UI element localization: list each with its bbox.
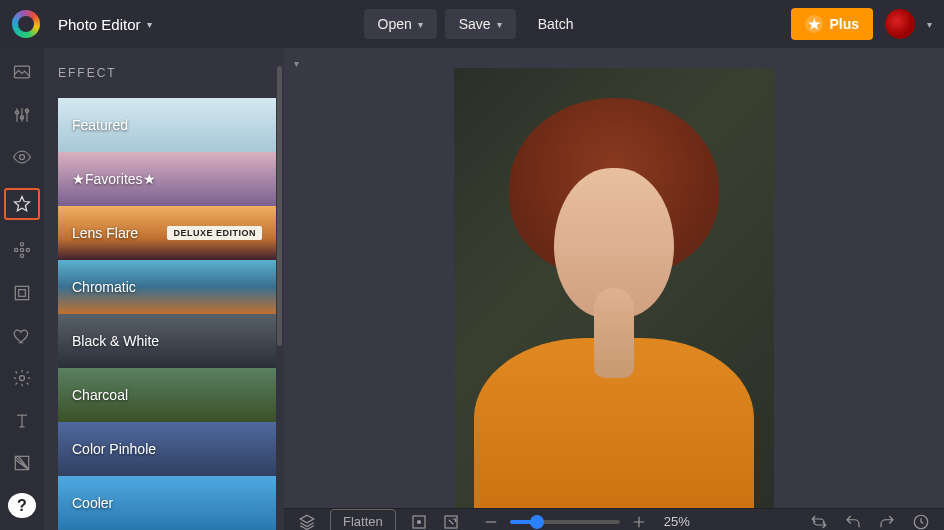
svg-point-7 — [26, 249, 29, 252]
zoom-out-button[interactable] — [482, 513, 500, 531]
effect-list[interactable]: Featured ★Favorites★ Lens FlareDELUXE ED… — [58, 98, 284, 530]
svg-point-9 — [20, 255, 23, 258]
chevron-down-icon: ▾ — [497, 19, 502, 30]
zoom-in-button[interactable] — [630, 513, 648, 531]
svg-rect-11 — [19, 290, 26, 297]
chevron-down-icon: ▾ — [147, 19, 152, 30]
help-label: ? — [17, 497, 27, 515]
help-button[interactable]: ? — [8, 493, 36, 518]
plus-upgrade-button[interactable]: ★ Plus — [791, 8, 873, 40]
chevron-down-icon: ▾ — [294, 58, 299, 69]
effects-panel: EFFECT Featured ★Favorites★ Lens FlareDE… — [44, 48, 284, 530]
compare-icon[interactable] — [810, 513, 828, 531]
rail-sliders-icon[interactable] — [8, 103, 36, 128]
top-center-buttons: Open ▾ Save ▾ Batch — [364, 9, 588, 39]
panel-title: EFFECT — [58, 66, 284, 80]
effect-label: ★Favorites★ — [72, 171, 156, 187]
flatten-label: Flatten — [343, 514, 383, 529]
effect-label: Cooler — [72, 495, 113, 511]
effect-label: Chromatic — [72, 279, 136, 295]
edited-photo — [454, 68, 774, 508]
effect-featured[interactable]: Featured — [58, 98, 276, 152]
svg-point-6 — [15, 249, 18, 252]
open-button[interactable]: Open ▾ — [364, 9, 437, 39]
canvas-area: ▾ Flatten 25% — [284, 48, 944, 530]
effect-label: Lens Flare — [72, 225, 138, 241]
rail-image-icon[interactable] — [8, 60, 36, 85]
history-icon[interactable] — [912, 513, 930, 531]
effect-label: Black & White — [72, 333, 159, 349]
save-label: Save — [459, 16, 491, 32]
effect-label: Featured — [72, 117, 128, 133]
effect-chromatic[interactable]: Chromatic — [58, 260, 276, 314]
flatten-button[interactable]: Flatten — [330, 509, 396, 530]
effect-color-pinhole[interactable]: Color Pinhole — [58, 422, 276, 476]
undo-icon[interactable] — [844, 513, 862, 531]
rail-ai-icon[interactable] — [8, 238, 36, 263]
canvas-bottombar: Flatten 25% — [284, 508, 944, 530]
open-label: Open — [378, 16, 412, 32]
effect-favorites[interactable]: ★Favorites★ — [58, 152, 276, 206]
main-area: ? EFFECT Featured ★Favorites★ Lens Flare… — [0, 48, 944, 530]
effect-charcoal[interactable]: Charcoal — [58, 368, 276, 422]
redo-icon[interactable] — [878, 513, 896, 531]
topbar: Photo Editor ▾ Open ▾ Save ▾ Batch ★ Plu… — [0, 0, 944, 48]
layers-icon[interactable] — [298, 513, 316, 531]
svg-point-15 — [417, 520, 420, 523]
effect-label: Charcoal — [72, 387, 128, 403]
zoom-slider[interactable] — [510, 520, 620, 524]
canvas-collapse[interactable]: ▾ — [294, 58, 299, 69]
effect-cooler[interactable]: Cooler — [58, 476, 276, 530]
batch-label: Batch — [538, 16, 574, 32]
topbar-right: ★ Plus ▾ — [791, 8, 932, 40]
history-controls — [810, 513, 930, 531]
zoom-value: 25% — [664, 514, 690, 529]
zoom-control: 25% — [482, 513, 690, 531]
batch-button[interactable]: Batch — [524, 9, 588, 39]
rail-gear-icon[interactable] — [8, 366, 36, 391]
app-title-label: Photo Editor — [58, 16, 141, 33]
rail-heart-icon[interactable] — [8, 323, 36, 348]
actual-size-icon[interactable] — [442, 513, 460, 531]
svg-point-5 — [20, 249, 23, 252]
save-button[interactable]: Save ▾ — [445, 9, 516, 39]
deluxe-badge: DELUXE EDITION — [167, 226, 262, 240]
rail-eye-icon[interactable] — [8, 145, 36, 170]
chevron-down-icon[interactable]: ▾ — [927, 19, 932, 30]
svg-point-12 — [20, 376, 25, 381]
rail-frame-icon[interactable] — [8, 281, 36, 306]
svg-rect-10 — [15, 286, 28, 299]
effect-lens-flare[interactable]: Lens FlareDELUXE EDITION — [58, 206, 276, 260]
fit-screen-icon[interactable] — [410, 513, 428, 531]
tool-rail: ? — [0, 48, 44, 530]
zoom-slider-thumb[interactable] — [530, 515, 544, 529]
app-title-dropdown[interactable]: Photo Editor ▾ — [50, 10, 160, 39]
svg-point-8 — [20, 243, 23, 246]
rail-texture-icon[interactable] — [8, 451, 36, 476]
photo-viewport[interactable] — [284, 48, 944, 508]
user-avatar[interactable] — [885, 9, 915, 39]
rail-effects-star-icon[interactable] — [4, 188, 40, 221]
plus-label: Plus — [829, 16, 859, 32]
effect-black-white[interactable]: Black & White — [58, 314, 276, 368]
star-icon: ★ — [805, 15, 823, 33]
app-logo[interactable] — [12, 10, 40, 38]
panel-scrollbar[interactable] — [277, 66, 282, 346]
svg-point-4 — [20, 155, 25, 160]
effect-label: Color Pinhole — [72, 441, 156, 457]
rail-type-icon[interactable] — [8, 408, 36, 433]
chevron-down-icon: ▾ — [418, 19, 423, 30]
